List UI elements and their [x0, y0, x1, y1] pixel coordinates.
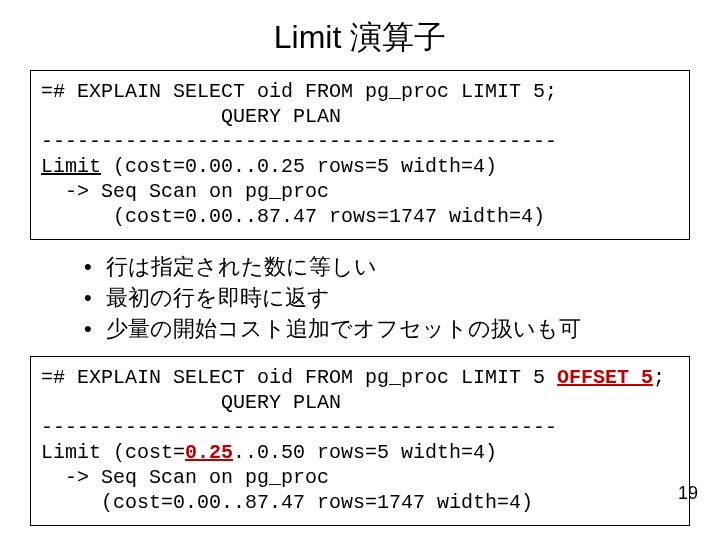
page-number: 19: [678, 483, 698, 504]
code-block-1: =# EXPLAIN SELECT oid FROM pg_proc LIMIT…: [30, 70, 690, 240]
code-line: ..0.50 rows=5 width=4): [233, 441, 497, 464]
code-block-2: =# EXPLAIN SELECT oid FROM pg_proc LIMIT…: [30, 356, 690, 526]
slide-title: Limit 演算子: [0, 16, 720, 60]
bullet-list: 行は指定された数に等しい 最初の行を即時に返す 少量の開始コスト追加でオフセット…: [44, 252, 690, 344]
code-line: (cost=0.00..0.25 rows=5 width=4): [101, 155, 497, 178]
code-line: QUERY PLAN: [41, 391, 341, 414]
code-line: (cost=0.00..87.47 rows=1747 width=4): [41, 491, 533, 514]
code-keyword-limit: Limit: [41, 155, 101, 178]
code-line: =# EXPLAIN SELECT oid FROM pg_proc LIMIT…: [41, 366, 557, 389]
code-cost-start: 0.25: [185, 441, 233, 464]
code-line: QUERY PLAN: [41, 105, 341, 128]
code-line: ----------------------------------------…: [41, 416, 557, 439]
code-line: -> Seq Scan on pg_proc: [41, 466, 329, 489]
code-line: -> Seq Scan on pg_proc: [41, 180, 329, 203]
bullet-item: 最初の行を即時に返す: [84, 283, 690, 314]
code-line: (cost=0.00..87.47 rows=1747 width=4): [41, 205, 545, 228]
code-line: ----------------------------------------…: [41, 130, 557, 153]
bullet-item: 少量の開始コスト追加でオフセットの扱いも可: [84, 314, 690, 345]
code-line: ;: [653, 366, 665, 389]
code-line: =# EXPLAIN SELECT oid FROM pg_proc LIMIT…: [41, 80, 557, 103]
code-keyword-offset: OFFSET 5: [557, 366, 653, 389]
code-line: Limit (cost=: [41, 441, 185, 464]
bullet-item: 行は指定された数に等しい: [84, 252, 690, 283]
